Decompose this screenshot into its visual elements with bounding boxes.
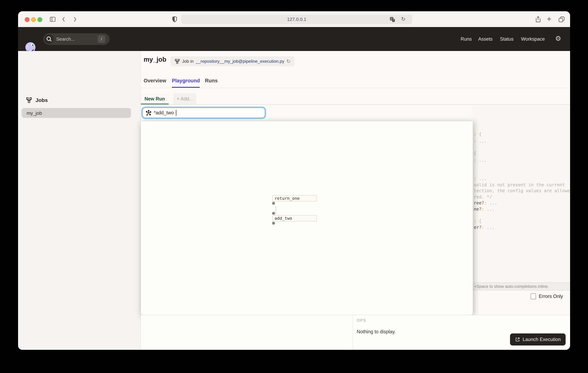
search-shortcut-key: / <box>98 35 105 43</box>
nav-assets[interactable]: Assets <box>478 36 493 42</box>
settings-gear-icon[interactable]: ⚙ <box>555 34 561 42</box>
page-title: my_job <box>144 56 166 63</box>
dag-canvas[interactable]: return_one add_two <box>141 121 473 315</box>
jobs-section-header: Jobs <box>26 97 48 104</box>
op-selector-focus-ring: *add_two <box>141 107 266 119</box>
new-tab-icon[interactable]: + <box>547 14 551 24</box>
browser-toolbar: 127.0.0.1 A ↻ + <box>18 11 570 27</box>
address-bar[interactable]: 127.0.0.1 A ↻ <box>181 15 412 24</box>
share-icon[interactable] <box>535 16 542 23</box>
launch-execution-button[interactable]: Launch Execution <box>510 333 566 345</box>
sidebar-item-label: my_job <box>27 110 42 116</box>
privacy-shield-icon[interactable] <box>171 16 178 23</box>
jobs-icon <box>26 97 32 103</box>
job-origin-badge: Job in __repository__my_job@pipeline_exe… <box>171 56 295 66</box>
errors-only-checkbox[interactable] <box>531 293 536 299</box>
back-icon[interactable] <box>60 16 67 23</box>
search-placeholder: Search... <box>56 36 75 42</box>
jobs-title: Jobs <box>35 97 48 103</box>
op-node-add-two[interactable]: add_two <box>272 215 317 221</box>
close-window-button[interactable] <box>25 17 30 22</box>
new-run-label: New Run <box>141 96 169 102</box>
launch-execution-label: Launch Execution <box>523 337 561 342</box>
input-dot-add-two[interactable] <box>272 212 275 215</box>
tabs-divider <box>141 88 570 88</box>
nav-workspace[interactable]: Workspace <box>521 36 545 42</box>
app-header: Search... / Runs Assets Status Workspace… <box>18 27 570 51</box>
op-selector-icon <box>146 110 152 116</box>
minimize-window-button[interactable] <box>31 17 36 22</box>
output-dot-return-one[interactable] <box>272 202 275 205</box>
tab-overview[interactable]: Overview <box>144 78 166 84</box>
text-caret <box>176 110 176 116</box>
bottom-panel-divider <box>353 315 353 350</box>
bottom-panel <box>141 315 570 350</box>
edge-return-one-to-add-two <box>275 206 276 214</box>
url-text: 127.0.0.1 <box>181 17 412 22</box>
browser-window: 127.0.0.1 A ↻ + <box>18 11 570 350</box>
translate-icon[interactable]: A <box>389 17 395 22</box>
job-icon <box>175 59 180 64</box>
add-tab-label: + Add... <box>173 96 196 102</box>
sidebar-toggle-icon[interactable] <box>49 16 56 23</box>
left-sidebar: Jobs my_job __repository__my_job ↻ <box>18 51 141 350</box>
op-node-return-one[interactable]: return_one <box>272 195 317 201</box>
nav-runs[interactable]: Runs <box>461 36 472 42</box>
external-link-icon <box>515 337 520 342</box>
badge-reload-icon[interactable]: ↻ <box>286 58 291 64</box>
badge-prefix: Job in <box>182 59 194 64</box>
tab-runs[interactable]: Runs <box>205 78 218 84</box>
search-icon <box>44 34 54 44</box>
config-editor[interactable]: : { : ... { : ... : ... solid is not pre… <box>473 105 570 283</box>
tab-overview-icon[interactable] <box>558 16 565 23</box>
repository-link[interactable]: __repository__my_job@pipeline_execution.… <box>196 59 284 64</box>
forward-icon[interactable] <box>71 16 79 23</box>
nav-status[interactable]: Status <box>500 36 514 42</box>
op-selector-value: *add_two <box>154 110 174 116</box>
ops-section-label: OPS <box>357 318 366 323</box>
errors-only-label: Errors Only <box>539 294 563 299</box>
output-dot-add-two[interactable] <box>272 222 275 225</box>
config-tab-new-run[interactable]: New Run <box>141 93 169 105</box>
tab-playground[interactable]: Playground <box>172 78 200 84</box>
zoom-window-button[interactable] <box>37 17 42 22</box>
reload-icon[interactable]: ↻ <box>401 16 406 22</box>
op-selector-input[interactable]: *add_two <box>142 108 265 118</box>
global-search[interactable]: Search... / <box>43 33 110 45</box>
screenshot-root: 127.0.0.1 A ↻ + <box>0 0 588 373</box>
autocomplete-hint-bar: +Space to show auto-completions inline. <box>473 283 570 290</box>
sidebar-item-my-job[interactable]: my_job <box>22 108 131 118</box>
ops-empty-text: Nothing to display. <box>357 329 396 335</box>
autocomplete-hint-text: +Space to show auto-completions inline. <box>474 284 549 289</box>
config-tab-add[interactable]: + Add... <box>173 93 196 105</box>
